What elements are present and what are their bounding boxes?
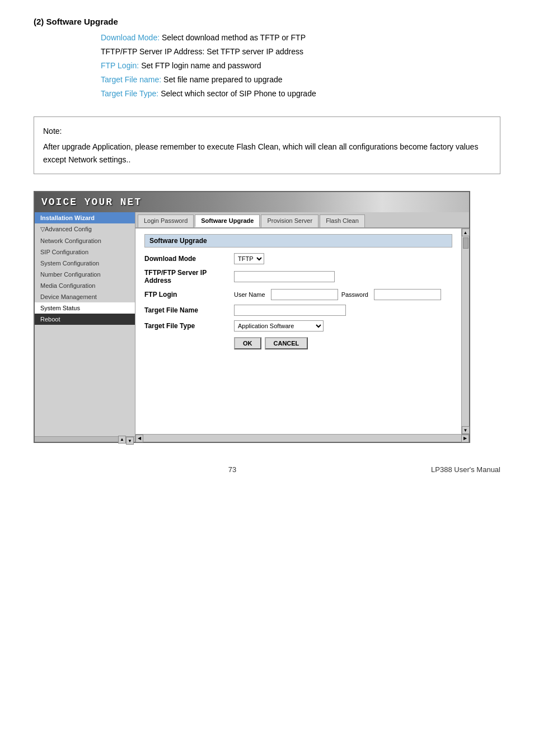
sidebar-item-media-config[interactable]: Media Configuration [35, 280, 135, 291]
main-content: Software Upgrade Download Mode TFTP FTP [135, 228, 461, 434]
form-row-ftp-login: FTP Login User Name Password [144, 289, 452, 300]
text-tftp-server: TFTP/FTP Server IP Address: Set TFTP ser… [101, 47, 303, 56]
form-section-title: Software Upgrade [144, 234, 452, 248]
scrollbar-vertical: ▲ ▼ [461, 228, 469, 434]
password-label: Password [341, 291, 368, 298]
label-download-mode: Download Mode: [101, 33, 160, 42]
server-ip-input-group [234, 271, 335, 282]
label-target-file-name: Target File name: [101, 75, 161, 84]
cancel-button[interactable]: CANCEL [265, 337, 308, 349]
tab-flash-clean[interactable]: Flash Clean [320, 214, 365, 227]
text-target-file-name: Set file name prepared to upgrade [163, 75, 282, 84]
sidebar-item-reboot[interactable]: Reboot [35, 314, 135, 325]
content-line-1: Download Mode: Select download method as… [101, 32, 500, 44]
note-title: Note: [43, 125, 491, 137]
tab-provision-server[interactable]: Provision Server [261, 214, 318, 227]
page-footer: 73 LP388 User's Manual [34, 465, 500, 474]
label-ftp-login: FTP Login: [101, 61, 139, 70]
main-with-scrollbar: Software Upgrade Download Mode TFTP FTP [135, 228, 469, 434]
sidebar-item-sip-config[interactable]: SIP Configuration [35, 246, 135, 258]
sidebar-item-system-status[interactable]: System Status [35, 302, 135, 314]
sidebar-item-network-config[interactable]: Network Configuration [35, 235, 135, 246]
form-row-download-mode: Download Mode TFTP FTP [144, 253, 452, 264]
scrollbar-h-track [144, 436, 460, 441]
ftp-username-input[interactable] [271, 289, 338, 300]
scrollbar-down-arrow[interactable]: ▼ [462, 426, 470, 434]
form-row-target-file-type: Target File Type Application Software Bo… [144, 320, 452, 332]
manual-title: LP388 User's Manual [431, 465, 500, 474]
ftp-login-input-group: User Name Password [234, 289, 441, 300]
ui-header: VOICE YOUR NET [35, 192, 469, 212]
label-target-file-name-field: Target File Name [144, 306, 234, 314]
ok-button[interactable]: OK [234, 337, 261, 349]
download-mode-select[interactable]: TFTP FTP [234, 253, 264, 264]
sidebar-item-advanced-config[interactable]: ▽Advanced Config [35, 223, 135, 235]
target-file-name-input-group [234, 305, 346, 316]
scrollbar-v-up[interactable]: ▲ [118, 436, 126, 444]
scrollbar-thumb[interactable] [463, 237, 469, 249]
sidebar-item-number-config[interactable]: Number Configuration [35, 269, 135, 280]
sidebar-item-device-management[interactable]: Device Management [35, 291, 135, 302]
tab-bar: Login Password Software Upgrade Provisio… [135, 212, 469, 228]
section-title: (2) Software Upgrade [34, 17, 500, 26]
label-download-mode-field: Download Mode [144, 255, 234, 263]
sidebar-item-system-config[interactable]: System Configuration [35, 258, 135, 269]
tab-login-password[interactable]: Login Password [138, 214, 194, 227]
target-file-type-select[interactable]: Application Software Boot Loader DSP [234, 320, 324, 332]
label-ftp-login-field: FTP Login [144, 291, 234, 298]
download-mode-input-group: TFTP FTP [234, 253, 264, 264]
label-server-ip: TFTP/FTP Server IP Address [144, 269, 234, 284]
ftp-password-input[interactable] [374, 289, 441, 300]
content-line-4: Target File name: Set file name prepared… [101, 74, 500, 86]
scrollbar-v-down[interactable]: ▼ [126, 437, 134, 445]
content-block: Download Mode: Select download method as… [101, 32, 500, 100]
content-line-3: FTP Login: Set FTP login name and passwo… [101, 60, 500, 72]
scrollbar-left-arrow[interactable]: ◀ [135, 435, 143, 442]
sidebar-scrollbar-v: ▲ ▼ [35, 436, 135, 442]
server-ip-input[interactable] [234, 271, 335, 282]
text-ftp-login: Set FTP login name and password [141, 61, 261, 70]
ui-widget: VOICE YOUR NET Installation Wizard ▽Adva… [34, 191, 470, 443]
scrollbar-horizontal: ◀ ▶ [135, 434, 469, 442]
text-download-mode: Select download method as TFTP or FTP [162, 33, 306, 42]
target-file-type-input-group: Application Software Boot Loader DSP [234, 320, 324, 332]
user-name-label: User Name [234, 291, 265, 298]
ui-main: Login Password Software Upgrade Provisio… [135, 212, 469, 442]
form-row-target-file-name: Target File Name [144, 305, 452, 316]
label-target-file-type: Target File Type: [101, 89, 158, 98]
ui-sidebar: Installation Wizard ▽Advanced Config Net… [35, 212, 135, 442]
page-number: 73 [228, 465, 236, 474]
target-file-name-input[interactable] [234, 305, 346, 316]
form-row-server-ip: TFTP/FTP Server IP Address [144, 269, 452, 284]
tab-software-upgrade[interactable]: Software Upgrade [195, 214, 260, 227]
btn-row: OK CANCEL [144, 337, 452, 349]
text-target-file-type: Select which sector of SIP Phone to upgr… [161, 89, 316, 98]
sidebar-item-installation-wizard[interactable]: Installation Wizard [35, 212, 135, 223]
content-line-5: Target File Type: Select which sector of… [101, 88, 500, 100]
sidebar-scroll-area: Installation Wizard ▽Advanced Config Net… [35, 212, 135, 436]
note-box: Note: After upgrade Application, please … [34, 116, 500, 174]
content-line-2: TFTP/FTP Server IP Address: Set TFTP ser… [101, 46, 500, 58]
ui-body: Installation Wizard ▽Advanced Config Net… [35, 212, 469, 442]
scrollbar-right-arrow[interactable]: ▶ [461, 435, 469, 442]
doc-section: (2) Software Upgrade Download Mode: Sele… [34, 17, 500, 100]
note-body: After upgrade Application, please rememb… [43, 141, 491, 166]
label-target-file-type-field: Target File Type [144, 322, 234, 330]
scrollbar-up-arrow[interactable]: ▲ [462, 228, 470, 236]
